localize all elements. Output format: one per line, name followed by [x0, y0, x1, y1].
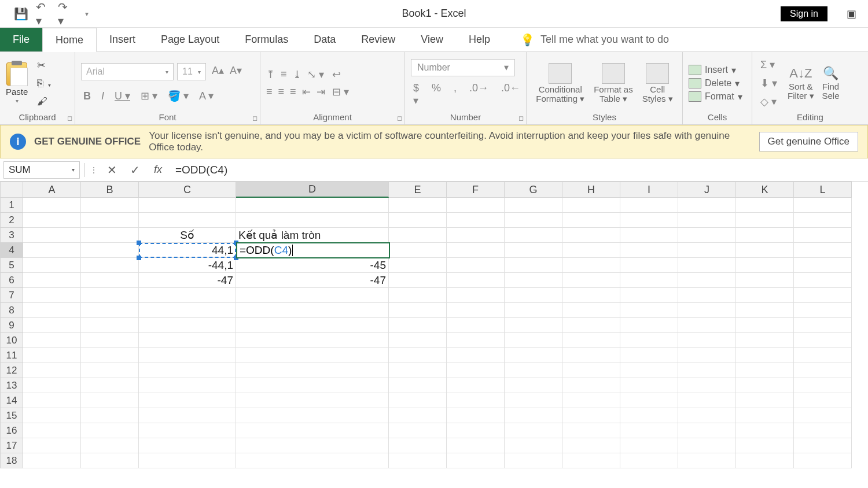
cell[interactable]	[794, 378, 852, 393]
shrink-font-icon[interactable]: A▾	[227, 63, 244, 80]
cell[interactable]	[620, 453, 678, 468]
cell[interactable]	[562, 423, 620, 438]
cell[interactable]	[505, 258, 562, 273]
format-painter-icon[interactable]: 🖌	[37, 95, 53, 108]
align-top-icon[interactable]: ⤒	[266, 68, 275, 81]
font-size-combo[interactable]: 11▾	[177, 63, 206, 80]
col-header[interactable]: F	[447, 182, 505, 198]
conditional-formatting-button[interactable]: ConditionalFormatting ▾	[536, 63, 584, 104]
cell[interactable]	[447, 258, 505, 273]
cell[interactable]	[389, 198, 447, 213]
cell[interactable]	[447, 243, 505, 258]
cell[interactable]	[678, 423, 736, 438]
cell[interactable]	[678, 348, 736, 363]
grow-font-icon[interactable]: A▴	[209, 63, 226, 80]
cell[interactable]	[505, 348, 562, 363]
cell[interactable]	[736, 363, 794, 378]
dialog-launcher-icon[interactable]: ◻	[67, 114, 72, 122]
italic-button[interactable]: I	[99, 89, 106, 103]
cell[interactable]	[620, 258, 678, 273]
col-header[interactable]: J	[678, 182, 736, 198]
align-center-icon[interactable]: ≡	[278, 86, 285, 98]
decrease-decimal-icon[interactable]: .0←	[499, 81, 523, 108]
cell[interactable]	[620, 318, 678, 333]
cell[interactable]	[447, 228, 505, 243]
cell[interactable]	[794, 213, 852, 228]
cell[interactable]	[81, 213, 139, 228]
row-header[interactable]: 5	[0, 258, 23, 273]
paste-button[interactable]: Paste ▾	[6, 62, 28, 104]
cell[interactable]	[562, 318, 620, 333]
cut-icon[interactable]: ✂	[37, 59, 53, 72]
row-header[interactable]: 17	[0, 438, 23, 453]
dialog-launcher-icon[interactable]: ◻	[518, 114, 524, 122]
cell[interactable]	[620, 198, 678, 213]
cell[interactable]	[620, 378, 678, 393]
cell[interactable]	[620, 438, 678, 453]
cell[interactable]	[736, 258, 794, 273]
cell[interactable]	[736, 333, 794, 348]
cell[interactable]	[389, 453, 447, 468]
cell[interactable]: Số	[139, 228, 236, 243]
cell[interactable]	[236, 213, 389, 228]
cell[interactable]	[562, 213, 620, 228]
cell[interactable]	[794, 273, 852, 288]
align-left-icon[interactable]: ≡	[266, 86, 273, 98]
cell[interactable]	[81, 198, 139, 213]
fill-color-button[interactable]: 🪣 ▾	[165, 88, 191, 103]
insert-function-button[interactable]: fx	[149, 164, 167, 176]
cell[interactable]	[794, 453, 852, 468]
cell[interactable]	[620, 333, 678, 348]
cell[interactable]	[447, 348, 505, 363]
cell[interactable]	[389, 258, 447, 273]
cell[interactable]	[236, 198, 389, 213]
cell[interactable]	[505, 273, 562, 288]
align-bottom-icon[interactable]: ⤓	[293, 68, 301, 81]
cell[interactable]	[736, 348, 794, 363]
row-header[interactable]: 8	[0, 303, 23, 318]
cell[interactable]	[736, 273, 794, 288]
cell[interactable]	[794, 348, 852, 363]
cell[interactable]	[389, 408, 447, 423]
cell[interactable]	[505, 423, 562, 438]
cell[interactable]	[389, 228, 447, 243]
cell[interactable]	[139, 378, 236, 393]
cell[interactable]: Kết quả làm tròn	[236, 228, 389, 243]
cell[interactable]: 44,1	[139, 243, 236, 258]
row-header[interactable]: 6	[0, 273, 23, 288]
cell[interactable]	[139, 213, 236, 228]
redo-icon[interactable]: ↷ ▾	[58, 7, 72, 21]
cell[interactable]	[678, 273, 736, 288]
cell[interactable]	[23, 408, 81, 423]
qat-customize-icon[interactable]: ▾	[80, 7, 94, 21]
col-header[interactable]: L	[794, 182, 852, 198]
cell[interactable]	[794, 258, 852, 273]
cell[interactable]	[389, 348, 447, 363]
col-header[interactable]: B	[81, 182, 139, 198]
font-color-button[interactable]: A ▾	[197, 88, 216, 103]
cell[interactable]	[81, 318, 139, 333]
format-as-table-button[interactable]: Format asTable ▾	[594, 63, 633, 104]
cell[interactable]	[794, 303, 852, 318]
cell[interactable]	[139, 198, 236, 213]
cell[interactable]	[794, 393, 852, 408]
cell[interactable]	[678, 318, 736, 333]
active-cell-editor[interactable]: =ODD(C4)	[236, 242, 390, 258]
tab-pagelayout[interactable]: Page Layout	[148, 28, 232, 51]
cell[interactable]	[447, 273, 505, 288]
cell[interactable]	[562, 453, 620, 468]
cell[interactable]	[81, 273, 139, 288]
cell[interactable]	[81, 453, 139, 468]
cell[interactable]	[678, 303, 736, 318]
cell[interactable]	[562, 438, 620, 453]
copy-icon[interactable]: ⎘ ▾	[37, 77, 53, 90]
insert-cells-button[interactable]: Insert ▾	[689, 65, 746, 76]
cell[interactable]	[447, 333, 505, 348]
row-header[interactable]: 15	[0, 408, 23, 423]
cell[interactable]	[562, 333, 620, 348]
cell[interactable]	[678, 363, 736, 378]
cell[interactable]	[389, 243, 447, 258]
row-header[interactable]: 14	[0, 393, 23, 408]
col-header[interactable]: E	[389, 182, 447, 198]
cell[interactable]	[236, 408, 389, 423]
